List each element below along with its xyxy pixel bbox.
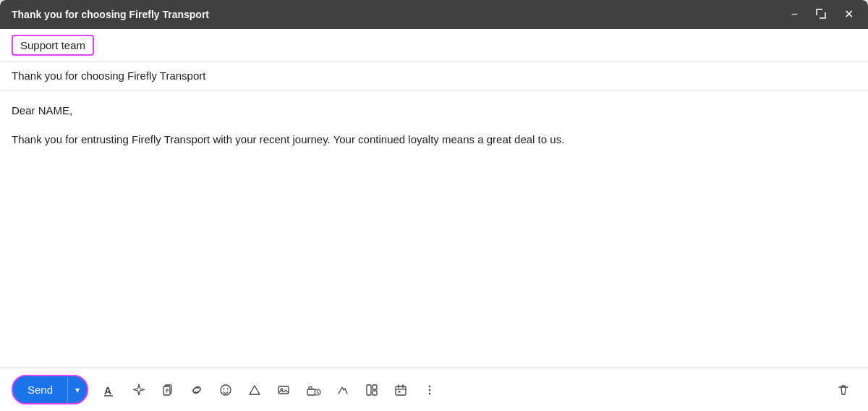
body-text: Dear NAME, Thank you for entrusting Fire… [12,102,856,148]
svg-point-9 [227,388,229,389]
subject-row[interactable]: Thank you for choosing Firefly Transport [0,62,868,90]
body-paragraph: Thank you for entrusting Firefly Transpo… [12,131,856,148]
send-button[interactable]: Send [13,376,67,403]
svg-point-23 [429,389,431,391]
compose-body: Support team Thank you for choosing Fire… [0,29,868,411]
restore-button[interactable] [812,7,830,23]
to-chip[interactable]: Support team [12,35,94,56]
photo-icon[interactable] [271,378,297,402]
emoji-icon[interactable] [213,378,239,402]
svg-point-24 [429,392,431,394]
format-text-icon[interactable]: A [97,378,123,402]
layout-icon[interactable] [359,378,385,402]
window-controls: − ✕ [788,7,856,23]
lock-time-icon[interactable] [299,378,327,402]
attach-icon[interactable] [155,378,181,402]
compose-window: Thank you for choosing Firefly Transport… [0,0,868,411]
svg-rect-17 [396,386,406,395]
greeting-line: Dear NAME, [12,102,856,119]
svg-rect-12 [307,389,315,395]
send-button-group[interactable]: Send ▾ [12,375,88,404]
more-options-icon[interactable] [417,378,443,402]
svg-text:A: A [104,385,111,397]
send-dropdown-button[interactable]: ▾ [67,378,87,402]
sparkle-icon[interactable] [126,378,152,402]
svg-rect-15 [373,385,377,389]
link-icon[interactable] [184,378,210,402]
svg-point-22 [429,385,431,387]
title-bar: Thank you for choosing Firefly Transport… [0,0,868,29]
svg-rect-16 [373,391,377,395]
compose-toolbar: Send ▾ A [0,368,868,411]
signature-icon[interactable] [330,378,356,402]
svg-rect-14 [367,385,371,395]
window-title: Thank you for choosing Firefly Transport [12,9,209,20]
close-button[interactable]: ✕ [841,7,856,22]
to-value: Support team [20,39,85,51]
delete-draft-icon[interactable] [830,378,856,402]
minimize-button[interactable]: − [788,7,801,22]
svg-rect-21 [399,391,401,393]
to-field-row[interactable]: Support team [0,29,868,62]
subject-value: Thank you for choosing Firefly Transport [12,69,205,82]
drive-icon[interactable] [242,378,268,402]
svg-point-8 [224,388,225,389]
email-body[interactable]: Dear NAME, Thank you for entrusting Fire… [0,90,868,368]
calendar-icon[interactable] [388,378,414,402]
